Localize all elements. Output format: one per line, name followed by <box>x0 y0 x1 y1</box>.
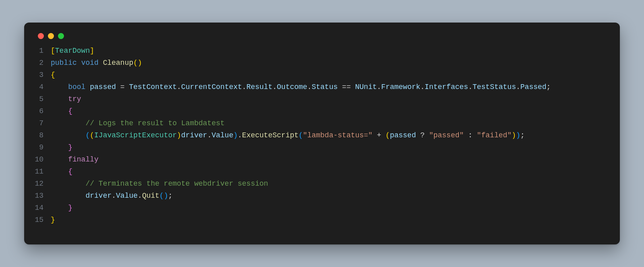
line-number: 11 <box>34 166 51 178</box>
token: ) <box>177 131 181 139</box>
token: try <box>68 95 81 103</box>
line-number: 12 <box>34 178 51 190</box>
token: } <box>68 204 72 212</box>
line-content[interactable]: { <box>51 166 72 178</box>
token: { <box>68 107 72 115</box>
token: ; <box>520 131 525 139</box>
code-line[interactable]: 3{ <box>34 69 610 81</box>
line-number: 4 <box>34 81 51 93</box>
code-line[interactable]: 10 finally <box>34 153 610 166</box>
code-line[interactable]: 1[TearDown] <box>34 45 610 57</box>
token: // Terminates the remote webdriver sessi… <box>85 180 268 188</box>
code-line[interactable]: 6 { <box>34 105 610 117</box>
token: . <box>272 83 277 91</box>
code-line[interactable]: 4 bool passed = TestContext.CurrentConte… <box>34 81 610 93</box>
token: Framework <box>381 83 420 91</box>
token: { <box>51 71 55 79</box>
token: ( <box>90 131 94 139</box>
line-content[interactable]: } <box>51 141 72 153</box>
line-content[interactable]: } <box>51 202 72 214</box>
token: ; <box>168 192 173 200</box>
code-line[interactable]: 5 try <box>34 93 610 105</box>
token: IJavaScriptExecutor <box>94 131 177 139</box>
line-content[interactable]: ((IJavaScriptExecutor)driver.Value).Exec… <box>51 129 525 141</box>
code-line[interactable]: 12 // Terminates the remote webdriver se… <box>34 178 610 190</box>
token: void <box>81 59 99 67</box>
code-line[interactable]: 11 { <box>34 166 610 178</box>
code-line[interactable]: 15} <box>34 214 610 226</box>
token: ] <box>90 47 94 55</box>
code-line[interactable]: 13 driver.Value.Quit(); <box>34 190 610 202</box>
token: Passed <box>520 83 547 91</box>
code-line[interactable]: 14 } <box>34 202 610 214</box>
token: Status <box>312 83 338 91</box>
token <box>51 131 85 139</box>
line-number: 10 <box>34 153 51 166</box>
token: ( <box>85 131 90 139</box>
code-line[interactable]: 8 ((IJavaScriptExecutor)driver.Value).Ex… <box>34 129 610 141</box>
code-line[interactable]: 7 // Logs the result to Lambdatest <box>34 117 610 129</box>
zoom-icon[interactable] <box>58 33 64 39</box>
token: TearDown <box>55 47 90 55</box>
token: driver <box>85 192 111 200</box>
token: driver <box>181 131 207 139</box>
minimize-icon[interactable] <box>48 33 54 39</box>
token: ) <box>512 131 516 139</box>
code-line[interactable]: 2public void Cleanup() <box>34 57 610 69</box>
token <box>51 119 85 127</box>
token: . <box>207 131 212 139</box>
line-content[interactable]: driver.Value.Quit(); <box>51 190 173 202</box>
line-content[interactable]: try <box>51 93 81 105</box>
line-content[interactable]: // Logs the result to Lambdatest <box>51 117 225 129</box>
token <box>51 204 68 212</box>
token: Value <box>116 192 138 200</box>
line-content[interactable]: public void Cleanup() <box>51 57 142 69</box>
token: ) <box>233 131 238 139</box>
token: . <box>238 131 242 139</box>
token: ; <box>547 83 551 91</box>
line-number: 2 <box>34 57 51 69</box>
line-number: 13 <box>34 190 51 202</box>
token: ) <box>516 131 520 139</box>
editor-window: 1[TearDown]2public void Cleanup()3{4 boo… <box>24 23 620 244</box>
token: == <box>338 83 355 91</box>
token: Cleanup <box>103 59 134 67</box>
token <box>51 192 85 200</box>
token <box>51 143 68 151</box>
token: } <box>68 143 72 151</box>
token: ) <box>138 59 142 67</box>
line-content[interactable]: { <box>51 105 72 117</box>
line-number: 14 <box>34 202 51 214</box>
token <box>51 83 68 91</box>
line-content[interactable]: { <box>51 69 55 81</box>
line-number: 5 <box>34 93 51 105</box>
close-icon[interactable] <box>38 33 44 39</box>
token <box>85 83 90 91</box>
token: Value <box>212 131 233 139</box>
code-area[interactable]: 1[TearDown]2public void Cleanup()3{4 boo… <box>34 45 610 226</box>
token <box>51 155 68 164</box>
code-line[interactable]: 9 } <box>34 141 610 153</box>
line-content[interactable]: [TearDown] <box>51 45 94 57</box>
token: ) <box>164 192 168 200</box>
token: . <box>242 83 246 91</box>
token: TestContext <box>129 83 177 91</box>
line-content[interactable]: // Terminates the remote webdriver sessi… <box>51 178 268 190</box>
token: Outcome <box>277 83 308 91</box>
token: Result <box>246 83 272 91</box>
token: . <box>177 83 181 91</box>
token: ( <box>159 192 164 200</box>
token: ( <box>133 59 138 67</box>
token: . <box>307 83 312 91</box>
token <box>77 59 81 67</box>
line-content[interactable]: bool passed = TestContext.CurrentContext… <box>51 81 551 93</box>
token <box>51 180 85 188</box>
traffic-lights <box>34 33 610 45</box>
token <box>51 95 68 103</box>
line-number: 6 <box>34 105 51 117</box>
token: ( <box>386 131 390 139</box>
token: TestStatus <box>473 83 516 91</box>
line-content[interactable]: finally <box>51 153 99 166</box>
token: : <box>464 131 477 139</box>
line-content[interactable]: } <box>51 214 55 226</box>
